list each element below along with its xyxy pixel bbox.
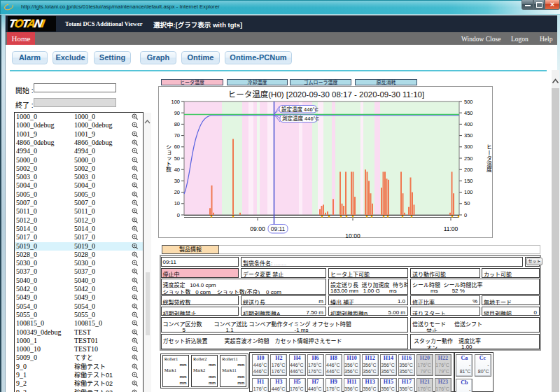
svg-text:250: 250 <box>464 155 473 162</box>
svg-text:0: 0 <box>464 212 467 218</box>
svg-text:09:00: 09:00 <box>250 225 265 232</box>
svg-text:300: 300 <box>464 144 473 150</box>
svg-text:40: 40 <box>174 167 180 173</box>
svg-text:11:00: 11:00 <box>444 225 458 232</box>
svg-text:20: 20 <box>174 189 180 195</box>
svg-text:10:00: 10:00 <box>345 232 360 238</box>
svg-text:ヒータ温度: ヒータ温度 <box>486 144 492 173</box>
svg-text:350: 350 <box>464 132 473 139</box>
svg-text:400: 400 <box>464 121 473 127</box>
svg-text:e: e <box>6 3 10 13</box>
svg-text:450: 450 <box>464 110 473 116</box>
svg-text:150: 150 <box>464 178 473 184</box>
svg-text:0: 0 <box>177 212 180 218</box>
svg-text:ショット数: ショット数 <box>165 144 172 173</box>
svg-text:200: 200 <box>464 167 473 173</box>
svg-text:70: 70 <box>174 132 180 139</box>
svg-text:測定温度 446°C: 測定温度 446°C <box>282 115 320 122</box>
svg-text:60: 60 <box>174 144 180 150</box>
svg-text:90: 90 <box>174 110 180 116</box>
svg-text:10: 10 <box>174 200 180 206</box>
svg-text:100: 100 <box>464 189 473 195</box>
svg-text:50: 50 <box>464 200 470 206</box>
svg-text:09:11: 09:11 <box>271 225 286 232</box>
svg-text:50: 50 <box>174 155 180 162</box>
svg-text:500: 500 <box>464 99 473 105</box>
svg-text:設定温度 446°C: 設定温度 446°C <box>281 106 319 113</box>
svg-text:30: 30 <box>174 178 180 184</box>
svg-text:100: 100 <box>171 99 180 105</box>
svg-text:80: 80 <box>174 121 180 127</box>
